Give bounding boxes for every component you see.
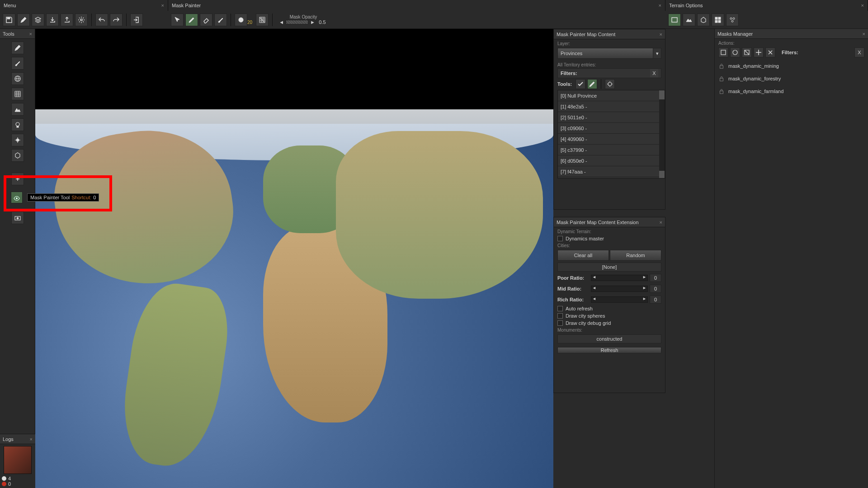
tool-down-icon[interactable]	[11, 173, 24, 185]
close-icon[interactable]: ×	[863, 31, 865, 37]
tool-mountain-icon[interactable]	[11, 103, 24, 116]
slider-left-icon[interactable]: ◄	[279, 19, 284, 25]
brush-size-icon[interactable]	[235, 14, 247, 26]
tab-menu[interactable]: Menu ×	[0, 0, 168, 11]
logs-title: Logs	[3, 436, 14, 442]
clear-all-button[interactable]: Clear all	[557, 250, 609, 261]
slider-right-icon[interactable]: ►	[310, 19, 315, 25]
layers-icon[interactable]	[32, 14, 44, 26]
close-icon[interactable]: ×	[30, 436, 33, 442]
list-item[interactable]: [1] 48e2a5 -	[558, 101, 665, 112]
tool-camera-icon[interactable]	[11, 211, 24, 224]
tool-pencil-icon[interactable]	[11, 42, 24, 54]
close-icon[interactable]: ×	[660, 32, 662, 37]
clear-filters-button[interactable]: X	[650, 69, 658, 77]
cities-none-field: [None]	[557, 263, 661, 272]
brush-grid-icon[interactable]	[256, 14, 269, 26]
action5-icon[interactable]	[765, 47, 775, 57]
brush-icon[interactable]	[214, 14, 227, 26]
panel-title: Masks Manager	[717, 31, 753, 37]
tool-grid-icon[interactable]	[11, 88, 24, 100]
tool-brush-icon[interactable]	[11, 57, 24, 70]
list-item[interactable]: [8] a0d020 -	[558, 177, 665, 178]
list-item[interactable]: [2] 5011e0 -	[558, 112, 665, 123]
poor-ratio-value[interactable]: 0	[650, 274, 661, 282]
tool-globe-icon[interactable]	[11, 72, 24, 85]
save-icon[interactable]	[3, 14, 15, 26]
close-icon[interactable]: ×	[660, 220, 662, 225]
tab-menu-label: Menu	[4, 3, 16, 8]
close-icon[interactable]: ×	[861, 3, 864, 8]
avatar	[4, 446, 32, 474]
import-icon[interactable]	[61, 14, 73, 26]
action2-icon[interactable]	[730, 47, 740, 57]
draw-city-debug-grid-checkbox[interactable]	[557, 320, 563, 326]
terrain-view3-icon[interactable]	[697, 14, 710, 26]
terrain-settings-icon[interactable]	[726, 14, 739, 26]
layer-value: Provinces	[561, 51, 582, 56]
tab-terrain-options[interactable]: Terrain Options ×	[665, 0, 868, 11]
dynamics-master-checkbox[interactable]	[557, 236, 563, 241]
mid-ratio-value[interactable]: 0	[650, 285, 661, 293]
refresh-button[interactable]: Refresh	[557, 347, 661, 353]
redo-icon[interactable]	[110, 14, 123, 26]
clear-filters-button[interactable]: X	[854, 47, 864, 57]
tool-logic-icon[interactable]	[11, 134, 24, 146]
list-item[interactable]: [7] f47aaa -	[558, 166, 665, 177]
random-button[interactable]: Random	[610, 250, 661, 261]
viewport[interactable]	[35, 29, 553, 488]
svg-rect-4	[715, 17, 717, 19]
terrain-view1-icon[interactable]	[668, 14, 681, 26]
tool-bulb-icon[interactable]	[11, 118, 24, 131]
mid-ratio-slider[interactable]	[591, 286, 648, 292]
dyn-terrain-label: Dynamic Terrain:	[557, 229, 661, 234]
edit-icon[interactable]	[17, 14, 30, 26]
world-map[interactable]	[35, 124, 553, 488]
svg-rect-19	[721, 50, 726, 55]
auto-refresh-checkbox[interactable]	[557, 306, 563, 311]
scrollbar[interactable]	[659, 90, 665, 178]
close-icon[interactable]: ×	[659, 3, 661, 8]
opacity-slider[interactable]	[286, 20, 308, 24]
tool-hex-icon[interactable]	[11, 149, 24, 162]
rich-ratio-row: Rich Ratio: 0	[557, 295, 661, 304]
layer-dropdown[interactable]: Provinces ▾	[557, 48, 661, 59]
mask-list-item[interactable]: mask_dynamic_forestry	[718, 74, 864, 84]
terrain-view2-icon[interactable]	[683, 14, 695, 26]
select-tool-icon[interactable]	[576, 79, 585, 89]
close-icon[interactable]: ×	[29, 31, 32, 37]
action1-icon[interactable]	[718, 47, 728, 57]
locate-tool-icon[interactable]	[605, 79, 615, 89]
mask-painter-tool-button[interactable]	[11, 192, 23, 203]
filters-label: Filters:	[561, 70, 577, 76]
poor-ratio-slider[interactable]	[591, 275, 648, 281]
mask-list-item[interactable]: mask_dynamic_mining	[718, 61, 864, 71]
list-item[interactable]: [0] Null Province	[558, 90, 665, 101]
list-item[interactable]: [5] c37990 -	[558, 145, 665, 155]
export-icon[interactable]	[46, 14, 59, 26]
terrain-view4-icon[interactable]	[712, 14, 724, 26]
constructed-field[interactable]: constructed	[557, 334, 661, 343]
draw-city-spheres-checkbox[interactable]	[557, 313, 563, 319]
paint-tool-icon[interactable]	[587, 79, 597, 89]
close-icon[interactable]: ×	[161, 3, 164, 8]
rich-ratio-slider[interactable]	[591, 296, 648, 303]
undo-icon[interactable]	[95, 14, 108, 26]
list-item[interactable]: [4] 409060 -	[558, 134, 665, 145]
exit-icon[interactable]	[130, 14, 143, 26]
lock-icon	[718, 63, 725, 69]
list-item[interactable]: [3] c09060 -	[558, 123, 665, 134]
cities-label: Cities:	[557, 243, 661, 248]
settings-icon[interactable]	[75, 14, 88, 26]
action4-icon[interactable]	[754, 47, 764, 57]
tab-mask-painter[interactable]: Mask Painter ×	[168, 0, 665, 11]
paint-icon[interactable]	[185, 14, 198, 26]
rich-ratio-value[interactable]: 0	[650, 296, 661, 304]
pointer-icon[interactable]	[171, 14, 184, 26]
erase-icon[interactable]	[200, 14, 212, 26]
action3-icon[interactable]	[742, 47, 752, 57]
mask-list-item[interactable]: mask_dynamic_farmland	[718, 86, 864, 96]
province-list[interactable]: [0] Null Province [1] 48e2a5 - [2] 5011e…	[557, 90, 665, 178]
list-item[interactable]: [6] d050e0 -	[558, 155, 665, 166]
error-dot-icon	[2, 482, 6, 486]
